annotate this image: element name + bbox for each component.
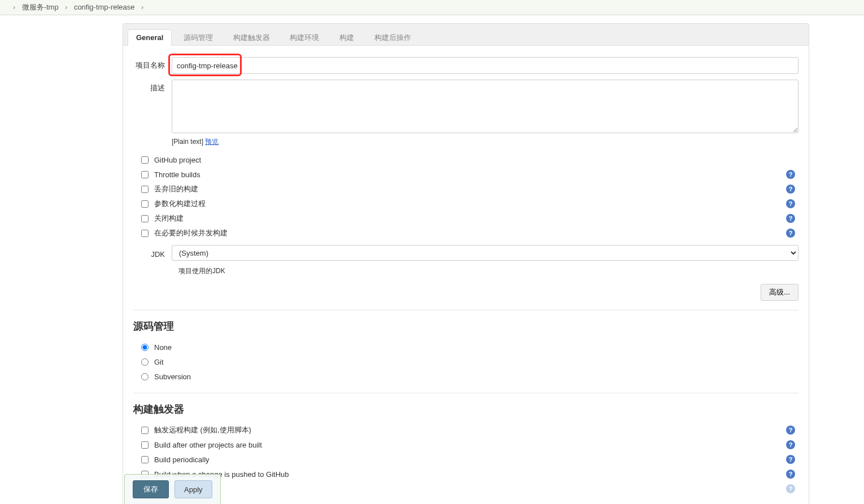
save-button[interactable]: 保存	[133, 480, 169, 498]
general-check-2[interactable]	[141, 186, 149, 193]
general-check-row: 丢弃旧的构建?	[133, 182, 798, 196]
scm-radio-0[interactable]	[141, 344, 149, 351]
tab-row: General 源码管理 构建触发器 构建环境 构建 构建后操作	[123, 24, 809, 46]
help-icon[interactable]: ?	[786, 484, 795, 493]
help-icon[interactable]: ?	[786, 440, 795, 449]
scm-radio-label: Git	[154, 358, 164, 366]
tab-build[interactable]: 构建	[331, 29, 363, 47]
tab-scm[interactable]: 源码管理	[175, 29, 221, 47]
trigger-check-row: Build when a change is pushed to GitHub?	[133, 467, 798, 481]
apply-button[interactable]: Apply	[174, 480, 212, 498]
scm-radio-row: Git	[133, 354, 798, 369]
trigger-check-0[interactable]	[141, 427, 149, 434]
general-check-label: 丢弃旧的构建	[154, 184, 786, 194]
trigger-check-row: 触发远程构建 (例如,使用脚本)?	[133, 423, 798, 437]
config-panel: General 源码管理 构建触发器 构建环境 构建 构建后操作 项目名称 描述…	[123, 23, 809, 504]
help-icon[interactable]: ?	[786, 470, 795, 479]
general-check-row: Throttle builds?	[133, 167, 798, 182]
general-check-row: 参数化构建过程?	[133, 196, 798, 211]
general-check-0[interactable]	[141, 156, 149, 164]
tab-triggers[interactable]: 构建触发器	[225, 29, 278, 47]
breadcrumb-sep: ›	[137, 0, 148, 15]
scm-radio-label: None	[154, 343, 172, 352]
breadcrumb-sep: ›	[8, 0, 20, 15]
form-body: 项目名称 描述 [Plain text] 预览 GitHub projectTh…	[123, 46, 809, 504]
help-icon[interactable]: ?	[786, 214, 795, 223]
general-check-3[interactable]	[141, 200, 149, 208]
row-description: 描述 [Plain text] 预览	[133, 80, 798, 147]
link-preview[interactable]: 预览	[205, 138, 219, 146]
scm-radio-label: Subversion	[154, 372, 191, 381]
trigger-check-label: 触发远程构建 (例如,使用脚本)	[154, 425, 786, 435]
trigger-check-label: Build when a change is pushed to GitHub	[154, 470, 786, 479]
general-check-label: 在必要的时候并发构建	[154, 228, 786, 238]
trigger-check-2[interactable]	[141, 456, 149, 463]
tab-general[interactable]: General	[128, 29, 172, 46]
help-icon[interactable]: ?	[786, 199, 795, 208]
trigger-check-row: Build periodically?	[133, 452, 798, 467]
trigger-check-row: Build after other projects are built?	[133, 437, 798, 452]
trigger-check-1[interactable]	[141, 441, 149, 449]
help-icon[interactable]: ?	[786, 185, 795, 194]
row-jdk: JDK (System)	[133, 245, 798, 261]
row-project-name: 项目名称	[133, 57, 798, 74]
general-check-label: 参数化构建过程	[154, 199, 786, 209]
general-check-row: GitHub project	[133, 152, 798, 167]
tab-build-env[interactable]: 构建环境	[281, 29, 328, 47]
general-check-label: 关闭构建	[154, 213, 786, 223]
general-check-label: Throttle builds	[154, 170, 786, 179]
trigger-check-label: Poll SCM	[154, 485, 786, 493]
breadcrumb-item-2[interactable]: config-tmp-release	[74, 0, 135, 15]
jdk-hint: 项目使用的JDK	[178, 266, 798, 276]
plain-text-label: [Plain text]	[172, 138, 205, 146]
general-check-5[interactable]	[141, 230, 149, 237]
advanced-button[interactable]: 高级...	[761, 284, 798, 301]
trigger-check-row: Poll SCM?	[133, 481, 798, 496]
breadcrumb-item-1[interactable]: 微服务-tmp	[22, 0, 59, 15]
general-check-row: 关闭构建?	[133, 211, 798, 226]
general-check-4[interactable]	[141, 215, 149, 222]
label-description: 描述	[133, 80, 172, 93]
section-title-scm: 源码管理	[133, 310, 798, 333]
action-bar: 保存 Apply	[124, 474, 221, 504]
input-project-name[interactable]	[172, 57, 798, 74]
help-icon[interactable]: ?	[786, 170, 795, 179]
scm-radio-row: Subversion	[133, 369, 798, 384]
trigger-check-label: Build after other projects are built	[154, 441, 786, 449]
scm-radio-row: None	[133, 340, 798, 354]
breadcrumb-sep: ›	[60, 0, 72, 15]
tab-post-build[interactable]: 构建后操作	[366, 29, 420, 47]
label-jdk: JDK	[133, 248, 172, 258]
scm-radio-1[interactable]	[141, 358, 149, 366]
label-project-name: 项目名称	[133, 57, 172, 71]
section-title-triggers: 构建触发器	[133, 393, 798, 416]
select-jdk[interactable]: (System)	[172, 245, 798, 261]
trigger-check-label: Build periodically	[154, 455, 786, 464]
help-icon[interactable]: ?	[786, 426, 795, 435]
general-check-row: 在必要的时候并发构建?	[133, 226, 798, 240]
general-check-label: GitHub project	[154, 156, 798, 164]
row-advanced: 高级...	[133, 284, 798, 301]
textarea-description[interactable]	[172, 80, 798, 133]
description-format-hint: [Plain text] 预览	[172, 137, 798, 147]
breadcrumb: › 微服务-tmp › config-tmp-release ›	[0, 0, 864, 15]
help-icon[interactable]: ?	[786, 455, 795, 464]
general-check-1[interactable]	[141, 171, 149, 178]
help-icon[interactable]: ?	[786, 229, 795, 238]
scm-radio-2[interactable]	[141, 373, 149, 380]
